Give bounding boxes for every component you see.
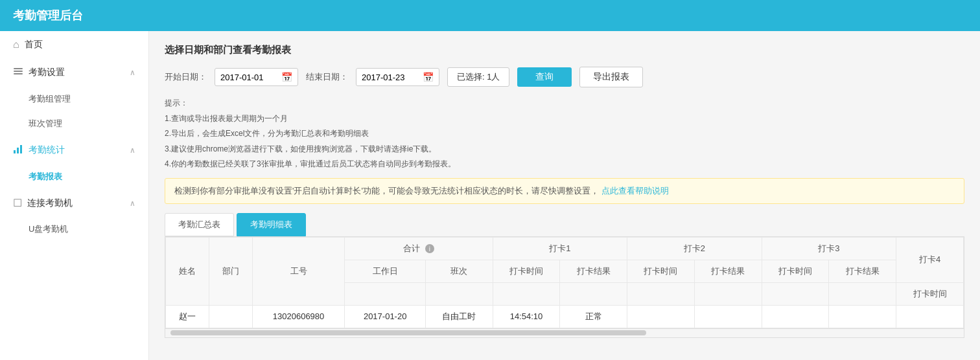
start-date-input[interactable] xyxy=(220,73,279,82)
sidebar-item-usb-machine[interactable]: U盘考勤机 xyxy=(0,217,148,242)
tips-line-3: 3.建议使用chrome浏览器进行下载，如使用搜狗浏览器，下载时请选择ie下载。 xyxy=(165,142,964,157)
sidebar-item-machine-label: 连接考勤机 xyxy=(27,197,73,209)
svg-rect-5 xyxy=(20,145,22,153)
sidebar-item-home-label: 首页 xyxy=(25,39,43,51)
th-p3t-sub xyxy=(762,282,829,305)
tab-bar: 考勤汇总表 考勤明细表 xyxy=(165,213,964,236)
tips-line-4: 4.你的考勤数据已经关联了3张审批单，审批通过后员工状态将自动同步到考勤报表。 xyxy=(165,157,964,172)
cell-punch1-result: 正常 xyxy=(560,305,627,328)
tips-label: 提示： xyxy=(165,96,964,111)
machine-icon: ☐ xyxy=(13,197,22,209)
cell-punch2-time xyxy=(627,305,695,328)
sidebar-item-usb-label: U盘考勤机 xyxy=(29,224,68,234)
cell-punch4-time xyxy=(896,305,964,328)
th-total-group: 合计 i xyxy=(345,237,493,260)
sidebar-item-shift-label: 班次管理 xyxy=(29,118,62,128)
sidebar-item-attendance-stats[interactable]: 考勤统计 ∧ xyxy=(0,136,148,164)
calendar-icon-end: 📅 xyxy=(423,72,434,82)
svg-rect-4 xyxy=(17,148,19,153)
th-p2r-sub xyxy=(694,282,762,305)
tab-summary[interactable]: 考勤汇总表 xyxy=(165,213,234,236)
horizontal-scrollbar[interactable] xyxy=(170,330,646,335)
tips-line-1: 1.查询或导出报表最大周期为一个月 xyxy=(165,112,964,126)
tips-section: 提示： 1.查询或导出报表最大周期为一个月 2.导出后，会生成Excel文件，分… xyxy=(165,96,964,172)
stats-icon xyxy=(13,144,23,157)
table-container: 姓名 部门 工号 合计 i 打卡1 打卡2 打卡3 打卡4 工作日 班次 xyxy=(165,236,964,338)
sidebar-item-attendance-report[interactable]: 考勤报表 xyxy=(0,164,148,189)
th-p3r-sub xyxy=(829,282,896,305)
chevron-up-icon2: ∧ xyxy=(130,146,135,155)
home-icon: ⌂ xyxy=(13,39,19,51)
th-punch2-result: 打卡结果 xyxy=(694,260,762,282)
app-header: 考勤管理后台 xyxy=(0,0,980,31)
sidebar-item-home[interactable]: ⌂ 首页 xyxy=(0,31,148,58)
th-punch2-group: 打卡2 xyxy=(627,237,762,260)
th-p1t-sub xyxy=(493,282,560,305)
sidebar-item-shift-management[interactable]: 班次管理 xyxy=(0,111,148,136)
sidebar-item-settings-label: 考勤设置 xyxy=(29,67,65,78)
svg-rect-0 xyxy=(14,68,23,69)
th-shift: 班次 xyxy=(425,260,493,282)
info-icon[interactable]: i xyxy=(425,244,434,253)
selected-badge: 已选择: 1人 xyxy=(447,67,509,87)
th-p2t-sub xyxy=(627,282,695,305)
th-punch3-time: 打卡时间 xyxy=(762,260,829,282)
warning-text: 检测到你有部分审批单没有设置'开启自动计算时长'功能，可能会导致无法统计相应状态… xyxy=(174,186,599,196)
chevron-up-icon: ∧ xyxy=(130,68,135,77)
sidebar-item-stats-label: 考勤统计 xyxy=(29,144,65,156)
th-punch3-result: 打卡结果 xyxy=(829,260,896,282)
cell-name: 赵一 xyxy=(166,305,209,328)
app-title: 考勤管理后台 xyxy=(13,8,83,23)
cell-punch3-time xyxy=(762,305,829,328)
th-punch1-group: 打卡1 xyxy=(493,237,627,260)
cell-dept xyxy=(209,305,252,328)
cell-work-date: 2017-01-20 xyxy=(345,305,425,328)
cell-punch2-result xyxy=(694,305,762,328)
warning-banner: 检测到你有部分审批单没有设置'开启自动计算时长'功能，可能会导致无法统计相应状态… xyxy=(165,178,964,204)
th-name: 姓名 xyxy=(166,237,209,305)
main-content: 选择日期和部门查看考勤报表 开始日期： 📅 结束日期： 📅 已选择: 1人 查询… xyxy=(149,31,980,360)
table-header-row-1: 姓名 部门 工号 合计 i 打卡1 打卡2 打卡3 打卡4 xyxy=(166,237,964,260)
sidebar: ⌂ 首页 考勤设置 ∧ 考勤组管理 班次管理 考勤统计 ∧ 考勤报表 xyxy=(0,31,149,360)
th-punch1-result: 打卡结果 xyxy=(560,260,627,282)
start-date-label: 开始日期： xyxy=(165,71,207,83)
tab-detail[interactable]: 考勤明细表 xyxy=(237,213,306,236)
sidebar-item-connect-machine[interactable]: ☐ 连接考勤机 ∧ xyxy=(0,189,148,217)
scroll-bar-area[interactable] xyxy=(165,328,964,337)
th-work-date-sub xyxy=(345,282,425,305)
start-date-input-wrapper: 📅 xyxy=(215,68,298,86)
sidebar-item-attendance-group-label: 考勤组管理 xyxy=(29,94,71,104)
sidebar-item-attendance-settings[interactable]: 考勤设置 ∧ xyxy=(0,58,148,87)
th-p1r-sub xyxy=(560,282,627,305)
th-p4t-sub: 打卡时间 xyxy=(896,282,964,305)
end-date-input[interactable] xyxy=(362,73,420,82)
svg-rect-2 xyxy=(14,73,23,74)
table-row: 赵一 13020606980 2017-01-20 自由工时 14:54:10 … xyxy=(166,305,964,328)
table-body: 赵一 13020606980 2017-01-20 自由工时 14:54:10 … xyxy=(166,305,964,328)
th-employee-id: 工号 xyxy=(252,237,345,305)
cell-punch3-result xyxy=(829,305,896,328)
th-work-date: 工作日 xyxy=(345,260,425,282)
cell-punch1-time: 14:54:10 xyxy=(493,305,560,328)
end-date-label: 结束日期： xyxy=(306,71,348,83)
svg-rect-1 xyxy=(14,71,23,72)
th-dept: 部门 xyxy=(209,237,252,305)
th-punch4-group: 打卡4 xyxy=(896,237,964,282)
export-button[interactable]: 导出报表 xyxy=(579,67,643,87)
svg-rect-3 xyxy=(14,150,16,153)
query-button[interactable]: 查询 xyxy=(517,67,572,87)
th-shift-sub xyxy=(425,282,493,305)
tips-line-2: 2.导出后，会生成Excel文件，分为考勤汇总表和考勤明细表 xyxy=(165,127,964,141)
cell-shift: 自由工时 xyxy=(425,305,493,328)
sidebar-item-attendance-group[interactable]: 考勤组管理 xyxy=(0,87,148,111)
cell-employee-id: 13020606980 xyxy=(252,305,345,328)
page-title: 选择日期和部门查看考勤报表 xyxy=(165,44,964,56)
warning-link[interactable]: 点此查看帮助说明 xyxy=(601,186,669,196)
settings-icon xyxy=(13,66,23,79)
th-punch3-group: 打卡3 xyxy=(762,237,896,260)
attendance-table: 姓名 部门 工号 合计 i 打卡1 打卡2 打卡3 打卡4 工作日 班次 xyxy=(165,237,964,328)
th-punch2-time: 打卡时间 xyxy=(627,260,695,282)
th-punch1-time: 打卡时间 xyxy=(493,260,560,282)
end-date-input-wrapper: 📅 xyxy=(356,68,439,86)
sidebar-item-report-label: 考勤报表 xyxy=(29,172,62,181)
